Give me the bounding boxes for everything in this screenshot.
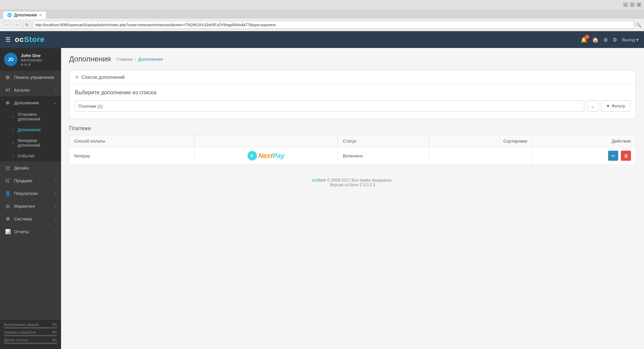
page-header: Дополнения Главная / Дополнения xyxy=(69,55,636,63)
sidebar-label-marketing: Маркетинг xyxy=(14,204,35,209)
brand-store: Store xyxy=(24,35,45,44)
reports-arrow-icon: › xyxy=(55,230,56,234)
sidebar-subitem-manager[interactable]: Менеджер дополнений xyxy=(0,135,61,151)
sidebar-item-control-panel[interactable]: ⊞ Панель управления xyxy=(0,71,61,84)
extensions-icon: ⊕ xyxy=(5,100,11,105)
brand-logo: ocStore xyxy=(15,35,45,44)
tab-label: Дополнения xyxy=(14,13,37,17)
sidebar-label-system: Система xyxy=(14,216,32,221)
stat-processing-label: Заказов в обработке xyxy=(4,331,36,334)
system-arrow-icon: › xyxy=(55,217,56,221)
catalog-arrow-icon: › xyxy=(55,88,56,92)
sidebar-item-reports[interactable]: 📊 Отчеты › xyxy=(0,225,61,238)
sidebar-item-extensions[interactable]: ⊕ Дополнения ⌄ xyxy=(0,96,61,109)
sidebar-item-system[interactable]: ⚙ Система › xyxy=(0,212,61,225)
sidebar: JD John Doe Administrator ⊞ Панель управ… xyxy=(0,48,61,349)
payments-section: Платежи Способ оплаты Статус Сортировки … xyxy=(69,126,636,164)
col-header-action: Действие xyxy=(532,135,636,147)
stat-processing-value: 0% xyxy=(52,331,57,334)
extensions-arrow-icon: ⌄ xyxy=(54,101,56,105)
section-header-label: Список дополнений xyxy=(82,74,125,80)
window-controls: — □ ✕ xyxy=(623,2,641,7)
sidebar-item-customers[interactable]: 👤 Покупатели › xyxy=(0,187,61,200)
breadcrumb-home[interactable]: Главная xyxy=(116,57,133,62)
nextpay-logo: N NextPay xyxy=(199,151,333,160)
dot-3 xyxy=(28,63,31,66)
home-icon[interactable]: 🏠 xyxy=(592,37,599,43)
tab-close-icon[interactable]: ✕ xyxy=(39,13,42,17)
delete-button[interactable]: 🗑 xyxy=(621,151,631,161)
sidebar-label-reports: Отчеты xyxy=(14,229,29,234)
browser-tab-active[interactable]: 🌐 Дополнения ✕ xyxy=(3,11,46,19)
design-icon: ◫ xyxy=(5,165,11,170)
logout-button[interactable]: Выход ▾ xyxy=(622,37,639,42)
forward-button[interactable]: → xyxy=(13,21,21,29)
sidebar-menu: ⊞ Панель управления 🏷 Каталог › ⊕ Дополн… xyxy=(0,71,61,319)
sidebar-item-catalog[interactable]: 🏷 Каталог › xyxy=(0,84,61,96)
notification-badge: 1 xyxy=(585,35,589,39)
page-footer: ocStore © 2009-2017 Все права защищены. … xyxy=(69,178,636,187)
address-bar[interactable] xyxy=(33,21,634,29)
back-button[interactable]: ← xyxy=(3,21,11,29)
col-header-logo xyxy=(194,135,338,147)
stat-other-label: Другие статусы xyxy=(4,338,28,342)
store-icon[interactable]: ⊕ xyxy=(603,37,608,43)
sales-icon: 🛒 xyxy=(5,178,11,183)
extension-type-select[interactable]: Платежи (1) xyxy=(75,100,584,112)
top-navigation: ☰ ocStore 🔔 1 🏠 ⊕ ⚙ Выход ▾ xyxy=(0,31,644,48)
maximize-button[interactable]: □ xyxy=(630,2,635,7)
puzzle-icon: ✛ xyxy=(75,74,79,80)
logo-pay-text: Pay xyxy=(273,152,285,160)
sidebar-submenu-extensions: Установка дополнений Дополнения Менеджер… xyxy=(0,109,61,161)
close-button[interactable]: ✕ xyxy=(637,2,641,7)
filter-icon: ▼ xyxy=(606,104,610,108)
footer-brand-link[interactable]: ocStore xyxy=(312,178,326,183)
logo-next-text: Next xyxy=(258,152,273,160)
sidebar-item-design[interactable]: ◫ Дизайн › xyxy=(0,161,61,174)
dropdown-arrow-button[interactable]: ⌄ xyxy=(587,100,598,112)
customers-arrow-icon: › xyxy=(55,192,56,195)
sidebar-subitem-install[interactable]: Установка дополнений xyxy=(0,109,61,124)
cell-payment-name: Nextpay xyxy=(69,147,195,164)
sidebar-label-customers: Покупатели xyxy=(14,191,38,196)
table-row: Nextpay N NextPay xyxy=(69,147,636,164)
sidebar-label-catalog: Каталог xyxy=(14,88,30,93)
sidebar-user-section: JD John Doe Administrator xyxy=(0,48,61,71)
payments-table: Способ оплаты Статус Сортировки Действие… xyxy=(69,135,636,164)
select-prompt: Выберите дополнение из списка: xyxy=(75,90,630,96)
nextpay-logo-icon: N xyxy=(248,151,257,160)
marketing-arrow-icon: › xyxy=(55,204,56,208)
filter-button[interactable]: ▼ Фильтр xyxy=(601,100,630,112)
section-header: ✛ Список дополнений xyxy=(69,70,636,84)
breadcrumb-current: Дополнения xyxy=(138,57,163,62)
sidebar-role: Administrator xyxy=(21,58,43,62)
cell-actions: ✏ 🗑 xyxy=(532,147,636,164)
avatar: JD xyxy=(4,53,17,66)
stat-completed-label: Выполненных заказов xyxy=(4,323,39,327)
notification-bell[interactable]: 🔔 1 xyxy=(581,37,587,43)
status-dots xyxy=(21,63,43,66)
settings-icon[interactable]: ⚙ xyxy=(612,37,617,43)
sidebar-username: John Doe xyxy=(21,53,43,58)
sidebar-subitem-extensions[interactable]: Дополнения xyxy=(0,124,61,135)
sidebar-item-sales[interactable]: 🛒 Продажи › xyxy=(0,174,61,187)
table-header: Способ оплаты Статус Сортировки Действие xyxy=(69,135,636,147)
install-label: Установка дополнений xyxy=(18,112,56,121)
stat-completed: Выполненных заказов 0% xyxy=(4,323,57,329)
extensions-section-box: ✛ Список дополнений Выберите дополнение … xyxy=(69,70,636,119)
col-header-sort: Сортировки xyxy=(429,135,532,147)
sidebar-item-marketing[interactable]: ◎ Маркетинг › xyxy=(0,200,61,212)
edit-button[interactable]: ✏ xyxy=(608,151,618,161)
menu-toggle-button[interactable]: ☰ xyxy=(5,36,11,43)
section-content: Выберите дополнение из списка: Платежи (… xyxy=(69,84,636,118)
dropdown-row: Платежи (1) ⌄ ▼ Фильтр xyxy=(75,100,630,112)
minimize-button[interactable]: — xyxy=(623,2,628,7)
svg-text:N: N xyxy=(251,154,253,158)
manager-label: Менеджер дополнений xyxy=(18,138,56,148)
refresh-button[interactable]: ↻ xyxy=(23,21,31,29)
sidebar-label-extensions: Дополнения xyxy=(14,100,39,105)
sidebar-stats: Выполненных заказов 0% Заказов в обработ… xyxy=(0,319,61,349)
cell-logo: N NextPay xyxy=(194,147,338,164)
browser-tab-bar: 🌐 Дополнения ✕ xyxy=(0,9,644,19)
sidebar-subitem-events[interactable]: События xyxy=(0,151,61,161)
